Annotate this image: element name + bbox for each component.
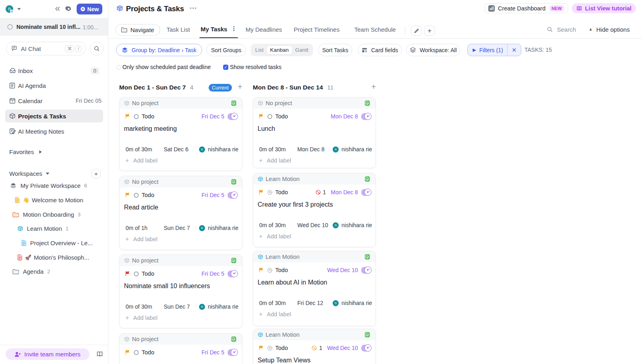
svg-text:5: 5 [12,100,13,103]
